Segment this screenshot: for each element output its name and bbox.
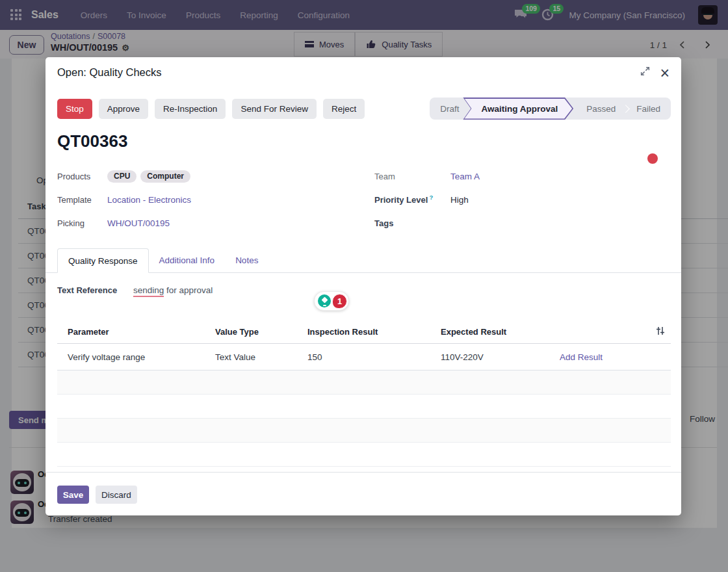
- discard-button[interactable]: Discard: [96, 486, 137, 504]
- misspelled-word: sending: [133, 285, 164, 297]
- status-dot: [647, 153, 658, 164]
- modal-footer: Save Discard: [46, 472, 681, 504]
- cell-inspection-result[interactable]: 150: [307, 352, 441, 362]
- reject-button[interactable]: Reject: [323, 99, 365, 119]
- modal-title: Open: Quality Checks: [57, 66, 162, 79]
- add-result-link[interactable]: Add Result: [560, 352, 645, 362]
- statusbar: Draft Awaiting Approval Passed Failed: [430, 98, 671, 120]
- optional-columns-icon[interactable]: [655, 326, 671, 338]
- close-icon[interactable]: ×: [660, 67, 670, 79]
- product-tag[interactable]: Computer: [140, 170, 190, 183]
- quality-points-table: Parameter Value Type Inspection Result E…: [57, 320, 671, 467]
- cell-value-type[interactable]: Text Value: [215, 352, 307, 362]
- products-label: Products: [57, 172, 107, 181]
- picking-link[interactable]: WH/OUT/00195: [107, 218, 170, 228]
- stage-passed[interactable]: Passed: [573, 98, 626, 120]
- help-icon[interactable]: ?: [429, 194, 433, 201]
- notebook-tabs: Quality Response Additional Info Notes: [46, 248, 681, 273]
- stop-button[interactable]: Stop: [57, 99, 92, 119]
- expand-icon[interactable]: [640, 66, 651, 79]
- approve-button[interactable]: Approve: [99, 99, 148, 119]
- spellcheck-widget[interactable]: 1: [314, 291, 349, 311]
- col-expected-result[interactable]: Expected Result: [441, 327, 560, 337]
- text-reference-label: Text Reference: [57, 285, 133, 295]
- priority-value[interactable]: High: [450, 195, 469, 205]
- col-inspection-result[interactable]: Inspection Result: [307, 327, 441, 337]
- product-tag[interactable]: CPU: [107, 170, 136, 183]
- stage-failed[interactable]: Failed: [626, 98, 671, 120]
- priority-level-label: Priority Level?: [374, 194, 450, 205]
- template-link[interactable]: Location - Electronics: [107, 195, 191, 205]
- record-name: QT00363: [46, 131, 681, 151]
- text-reference-value[interactable]: sending for approval: [133, 285, 213, 295]
- quality-checks-modal: Open: Quality Checks × Stop Approve Re-I…: [46, 57, 681, 515]
- empty-row: [57, 443, 671, 467]
- tab-additional-info[interactable]: Additional Info: [149, 248, 226, 272]
- modal-header: Open: Quality Checks ×: [46, 57, 681, 79]
- cell-expected-result[interactable]: 110V-220V: [441, 352, 560, 362]
- team-link[interactable]: Team A: [450, 172, 480, 181]
- template-label: Template: [57, 195, 107, 205]
- table-header-row: Parameter Value Type Inspection Result E…: [57, 320, 671, 344]
- col-parameter[interactable]: Parameter: [57, 327, 215, 337]
- stage-draft[interactable]: Draft: [430, 98, 469, 120]
- empty-row: [57, 370, 671, 395]
- lightbulb-icon: [318, 294, 331, 307]
- cell-parameter[interactable]: Verify voltage range: [57, 352, 215, 362]
- empty-row: [57, 395, 671, 419]
- empty-row: [57, 419, 671, 443]
- table-row[interactable]: Verify voltage range Text Value 150 110V…: [57, 344, 671, 370]
- tab-notes[interactable]: Notes: [225, 248, 268, 272]
- field-group: Products CPU Computer Template Location …: [46, 164, 681, 235]
- col-value-type[interactable]: Value Type: [215, 327, 307, 337]
- tags-label: Tags: [374, 218, 450, 228]
- picking-label: Picking: [57, 218, 107, 228]
- spellcheck-count-badge: 1: [332, 294, 347, 309]
- save-button[interactable]: Save: [57, 486, 89, 504]
- re-inspection-button[interactable]: Re-Inspection: [155, 99, 226, 119]
- modal-action-row: Stop Approve Re-Inspection Send For Revi…: [46, 98, 681, 120]
- tab-quality-response[interactable]: Quality Response: [57, 248, 149, 273]
- send-for-review-button[interactable]: Send For Review: [232, 99, 317, 119]
- stage-awaiting-approval[interactable]: Awaiting Approval: [463, 98, 573, 120]
- team-label: Team: [374, 172, 450, 181]
